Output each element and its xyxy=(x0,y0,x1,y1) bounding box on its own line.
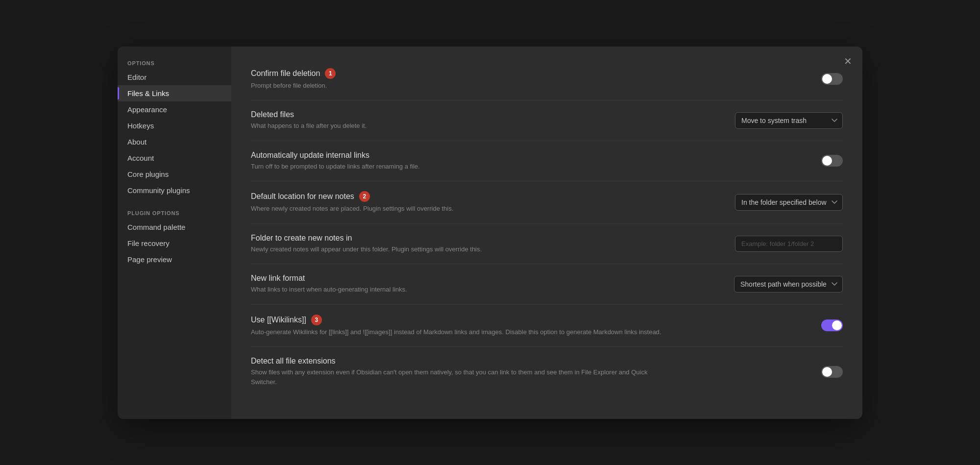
sidebar-item-hotkeys[interactable]: Hotkeys xyxy=(118,118,231,134)
select-deleted-files[interactable]: Move to system trash Move to Obsidian tr… xyxy=(735,112,843,129)
toggle-use-wikilinks[interactable] xyxy=(821,319,843,331)
setting-folder-new-notes: Folder to create new notes in Newly crea… xyxy=(251,224,843,265)
sidebar-item-community-plugins[interactable]: Community plugins xyxy=(118,182,231,198)
sidebar-item-file-recovery[interactable]: File recovery xyxy=(118,235,231,251)
toggle-knob xyxy=(822,156,832,166)
toggle-auto-update-links[interactable] xyxy=(821,155,843,167)
sidebar-item-about[interactable]: About xyxy=(118,134,231,150)
setting-use-wikilinks: Use [[Wikilinks]] 3 Auto-generate Wikili… xyxy=(251,305,843,347)
toggle-knob xyxy=(832,320,842,330)
plugin-options-section-label: PLUGIN OPTIONS xyxy=(118,206,231,219)
badge-1: 1 xyxy=(325,68,336,79)
close-button[interactable]: ✕ xyxy=(841,54,855,68)
main-content: Confirm file deletion 1 Prompt before fi… xyxy=(231,47,862,419)
select-default-location[interactable]: Vault folder In the folder specified bel… xyxy=(735,194,843,211)
toggle-knob xyxy=(822,367,832,377)
badge-2: 2 xyxy=(359,191,370,202)
sidebar-item-command-palette[interactable]: Command palette xyxy=(118,219,231,235)
sidebar: OPTIONS Editor Files & Links Appearance … xyxy=(118,47,231,419)
setting-detect-all-extensions: Detect all file extensions Show files wi… xyxy=(251,347,843,396)
setting-new-link-format: New link format What links to insert whe… xyxy=(251,264,843,305)
options-section-label: OPTIONS xyxy=(118,56,231,69)
setting-default-location-new-notes: Default location for new notes 2 Where n… xyxy=(251,181,843,224)
settings-modal: ✕ OPTIONS Editor Files & Links Appearanc… xyxy=(118,47,862,419)
badge-3: 3 xyxy=(311,315,322,325)
sidebar-item-page-preview[interactable]: Page preview xyxy=(118,251,231,268)
sidebar-item-appearance[interactable]: Appearance xyxy=(118,101,231,118)
setting-confirm-file-deletion: Confirm file deletion 1 Prompt before fi… xyxy=(251,58,843,101)
sidebar-item-account[interactable]: Account xyxy=(118,150,231,166)
sidebar-item-core-plugins[interactable]: Core plugins xyxy=(118,166,231,182)
toggle-knob xyxy=(822,74,832,84)
toggle-confirm-file-deletion[interactable] xyxy=(821,73,843,85)
sidebar-item-editor[interactable]: Editor xyxy=(118,69,231,85)
select-new-link-format[interactable]: Shortest path when possible Relative pat… xyxy=(734,276,843,293)
setting-auto-update-links: Automatically update internal links Turn… xyxy=(251,141,843,182)
setting-deleted-files: Deleted files What happens to a file aft… xyxy=(251,100,843,141)
input-folder-new-notes[interactable] xyxy=(735,236,843,252)
toggle-detect-all-extensions[interactable] xyxy=(821,366,843,378)
sidebar-item-files-links[interactable]: Files & Links xyxy=(118,85,231,101)
